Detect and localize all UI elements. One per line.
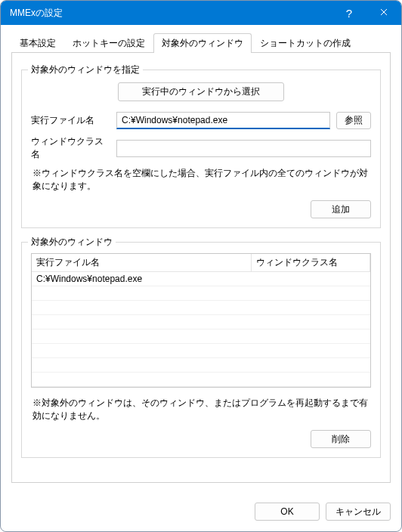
group-title: 対象外のウィンドウを指定	[28, 63, 143, 76]
col-window-class[interactable]: ウィンドウクラス名	[252, 254, 370, 272]
table-row[interactable]	[32, 358, 370, 373]
add-button[interactable]: 追加	[311, 200, 371, 218]
titlebar: MMExの設定 ?	[1, 1, 401, 25]
row-exec-file: 実行ファイル名 参照	[31, 112, 371, 129]
table-row[interactable]	[32, 315, 370, 329]
delete-row: 削除	[31, 430, 371, 448]
tabstrip: 基本設定 ホットキーの設定 対象外のウィンドウ ショートカットの作成	[11, 34, 391, 52]
delete-button[interactable]: 削除	[311, 430, 371, 448]
col-exec-file[interactable]: 実行ファイル名	[32, 254, 252, 272]
tab-panel: 対象外のウィンドウを指定 実行中のウィンドウから選択 実行ファイル名 参照 ウィ…	[11, 52, 391, 483]
exec-file-input[interactable]	[116, 112, 330, 129]
row-window-class: ウィンドウクラス名	[31, 135, 371, 161]
close-button[interactable]	[366, 1, 401, 25]
group-list-title: 対象外のウィンドウ	[28, 236, 116, 249]
browse-button[interactable]: 参照	[336, 112, 371, 129]
close-icon	[380, 8, 388, 18]
window-class-label: ウィンドウクラス名	[31, 135, 110, 161]
dialog-footer: OK キャンセル	[1, 493, 401, 531]
cell-exec: C:¥Windows¥notepad.exe	[32, 272, 252, 286]
tab-basic[interactable]: 基本設定	[11, 33, 64, 53]
window-title: MMExの設定	[10, 7, 332, 20]
window-class-input[interactable]	[116, 140, 371, 157]
table-row[interactable]	[32, 329, 370, 344]
table-row[interactable]	[32, 387, 370, 388]
group-specify-excluded: 対象外のウィンドウを指定 実行中のウィンドウから選択 実行ファイル名 参照 ウィ…	[21, 70, 381, 228]
exec-file-label: 実行ファイル名	[31, 114, 110, 127]
group-excluded-list: 対象外のウィンドウ 実行ファイル名 ウィンドウクラス名 C:¥Windows¥n…	[21, 242, 381, 458]
table-row[interactable]	[32, 286, 370, 301]
table-row[interactable]: C:¥Windows¥notepad.exe	[32, 272, 370, 286]
cancel-button[interactable]: キャンセル	[326, 503, 391, 521]
tab-shortcut[interactable]: ショートカットの作成	[252, 33, 359, 53]
help-button[interactable]: ?	[332, 1, 366, 25]
table-row[interactable]	[32, 373, 370, 387]
add-row: 追加	[31, 200, 371, 218]
table-row[interactable]	[32, 301, 370, 315]
excluded-table: 実行ファイル名 ウィンドウクラス名 C:¥Windows¥notepad.exe	[32, 254, 370, 388]
content-area: 基本設定 ホットキーの設定 対象外のウィンドウ ショートカットの作成 対象外のウ…	[1, 25, 401, 493]
table-row[interactable]	[32, 344, 370, 358]
cell-class	[252, 272, 370, 286]
help-icon: ?	[346, 7, 352, 20]
class-blank-note: ※ウィンドウクラス名を空欄にした場合、実行ファイル内の全てのウィンドウが対象にな…	[32, 167, 371, 193]
tab-hotkey[interactable]: ホットキーの設定	[64, 33, 153, 53]
select-from-running-button[interactable]: 実行中のウィンドウから選択	[118, 82, 284, 101]
settings-dialog: MMExの設定 ? 基本設定 ホットキーの設定 対象外のウィンドウ ショートカッ…	[0, 0, 402, 532]
restart-note: ※対象外のウィンドウは、そのウィンドウ、またはプログラムを再起動するまで有効にな…	[32, 397, 371, 422]
tab-excluded-windows[interactable]: 対象外のウィンドウ	[153, 33, 252, 53]
excluded-listview[interactable]: 実行ファイル名 ウィンドウクラス名 C:¥Windows¥notepad.exe	[31, 253, 371, 388]
ok-button[interactable]: OK	[255, 503, 320, 521]
